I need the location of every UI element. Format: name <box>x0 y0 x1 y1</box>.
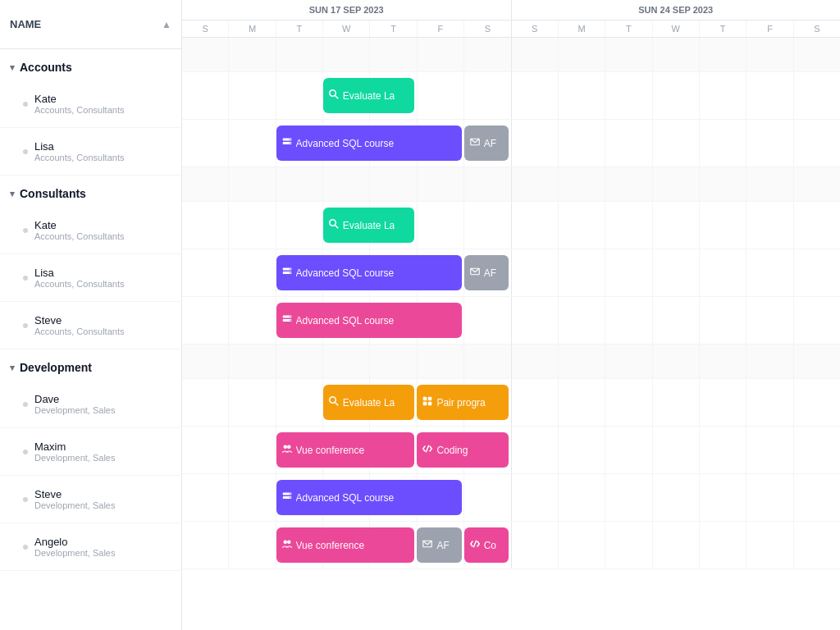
svg-rect-23 <box>428 402 432 406</box>
event-icon <box>282 539 292 551</box>
table-row: Vue conferenceAFCo <box>182 522 840 569</box>
dot-icon <box>23 102 28 107</box>
dot-icon <box>23 450 28 454</box>
calendar-event[interactable]: Advanced SQL course <box>276 255 462 290</box>
calendar-event[interactable]: AF <box>417 527 461 563</box>
event-label: Pair progra <box>436 397 485 409</box>
day-header-2: T <box>276 21 323 37</box>
person-role: Accounts, Consultants <box>34 105 124 115</box>
event-icon <box>470 267 480 279</box>
svg-point-7 <box>330 220 336 226</box>
calendar-event[interactable]: Pair progra <box>417 385 509 420</box>
svg-rect-20 <box>423 397 427 401</box>
svg-rect-22 <box>423 402 427 406</box>
event-icon <box>470 539 480 551</box>
calendar-grid: SUN 17 SEP 2023 SUN 24 SEP 2023 SMTWTFSS… <box>182 0 840 630</box>
group-header-development[interactable]: ▾ Development <box>0 349 181 381</box>
day-headers: SMTWTFSSMTWTFS <box>182 21 840 37</box>
event-icon <box>282 491 292 504</box>
event-icon <box>329 89 339 102</box>
person-name: Lisa <box>34 140 124 153</box>
person-role: Development, Sales <box>34 500 115 510</box>
calendar-event[interactable]: AF <box>464 255 509 290</box>
calendar-header: SUN 17 SEP 2023 SUN 24 SEP 2023 SMTWTFSS… <box>182 0 840 38</box>
calendar-event[interactable]: Vue conference <box>276 432 415 468</box>
calendar-event[interactable]: Evaluate La <box>323 208 415 243</box>
person-name: Steve <box>34 488 115 500</box>
day-header-5: F <box>418 21 464 37</box>
person-role: Accounts, Consultants <box>34 231 124 241</box>
day-header-9: T <box>605 21 652 37</box>
svg-line-34 <box>473 541 476 547</box>
calendar-event[interactable]: Advanced SQL course <box>276 480 462 515</box>
svg-line-1 <box>335 96 338 99</box>
calendar-event[interactable]: Co <box>464 527 509 563</box>
event-label: Advanced SQL course <box>296 315 395 326</box>
day-header-0: S <box>182 21 229 37</box>
person-name: Lisa <box>34 267 124 279</box>
week-label-1: SUN 17 SEP 2023 <box>182 0 512 20</box>
svg-point-32 <box>287 541 291 545</box>
list-item: Lisa Accounts, Consultants <box>0 254 181 302</box>
svg-line-19 <box>335 403 338 406</box>
table-row: Evaluate La <box>182 72 840 120</box>
svg-point-16 <box>290 316 291 317</box>
person-role: Development, Sales <box>34 405 115 415</box>
list-item: Maxim Development, Sales <box>0 428 181 476</box>
event-icon <box>282 137 292 149</box>
calendar-event[interactable]: Coding <box>417 432 509 468</box>
dot-icon <box>23 149 28 154</box>
person-name: Angelo <box>34 536 115 548</box>
list-item: Angelo Development, Sales <box>0 523 181 571</box>
group-header-accounts[interactable]: ▾ Accounts <box>0 49 181 80</box>
week-label-2: SUN 24 SEP 2023 <box>512 0 841 20</box>
person-name: Kate <box>34 219 124 231</box>
calendar-event[interactable]: Evaluate La <box>323 385 415 420</box>
svg-line-8 <box>335 226 338 229</box>
svg-point-30 <box>290 497 291 499</box>
table-row: Advanced SQL courseAF <box>182 120 840 167</box>
event-label: Evaluate La <box>343 397 395 409</box>
svg-line-26 <box>427 445 429 452</box>
calendar-event[interactable]: Vue conference <box>276 527 415 563</box>
svg-rect-21 <box>428 397 432 401</box>
event-label: Vue conference <box>296 540 365 551</box>
chevron-icon: ▾ <box>10 189 15 199</box>
day-header-7: S <box>512 21 559 37</box>
calendar-event[interactable]: Advanced SQL course <box>276 126 462 161</box>
svg-point-24 <box>283 445 287 450</box>
day-header-4: T <box>370 21 417 37</box>
person-role: Accounts, Consultants <box>34 153 124 162</box>
person-role: Development, Sales <box>34 453 115 463</box>
dot-icon <box>23 497 28 502</box>
svg-point-18 <box>330 397 336 404</box>
calendar-event[interactable]: AF <box>464 126 509 161</box>
sort-icon[interactable]: ▲ <box>162 19 171 30</box>
event-label: Co <box>484 540 496 551</box>
event-icon <box>329 396 339 409</box>
day-header-13: S <box>794 21 840 37</box>
group-header-consultants[interactable]: ▾ Consultants <box>0 176 181 207</box>
event-icon <box>422 539 432 551</box>
event-icon <box>422 396 432 409</box>
list-item: Kate Accounts, Consultants <box>0 207 181 254</box>
calendar-event[interactable]: Advanced SQL course <box>276 303 462 338</box>
list-item: Steve Accounts, Consultants <box>0 302 181 349</box>
event-icon <box>282 267 292 279</box>
chevron-icon: ▾ <box>10 62 15 73</box>
name-label: NAME <box>10 18 41 30</box>
table-row: Advanced SQL course <box>182 297 840 345</box>
day-header-3: W <box>323 21 370 37</box>
day-header-1: M <box>229 21 276 37</box>
calendar-event[interactable]: Evaluate La <box>323 78 415 113</box>
svg-point-5 <box>290 143 291 144</box>
day-header-11: T <box>700 21 746 37</box>
table-row <box>182 38 840 72</box>
event-label: AF <box>484 138 496 149</box>
event-label: Vue conference <box>296 445 365 456</box>
group-label-development: Development <box>20 361 92 374</box>
dot-icon <box>23 228 28 233</box>
event-label: Coding <box>436 445 468 456</box>
event-icon <box>282 444 292 456</box>
svg-point-31 <box>283 541 287 545</box>
